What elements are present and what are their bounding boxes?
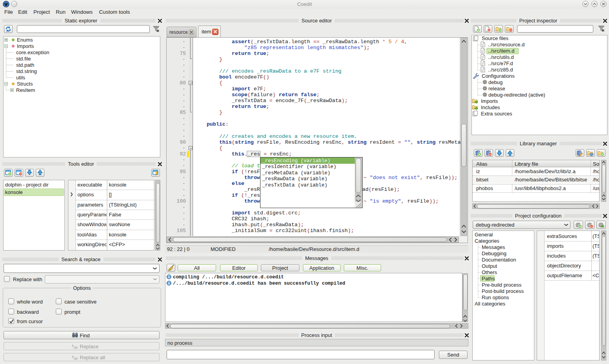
svg-text:ab: ab [74, 346, 78, 349]
svg-text:ab: ab [74, 357, 78, 360]
